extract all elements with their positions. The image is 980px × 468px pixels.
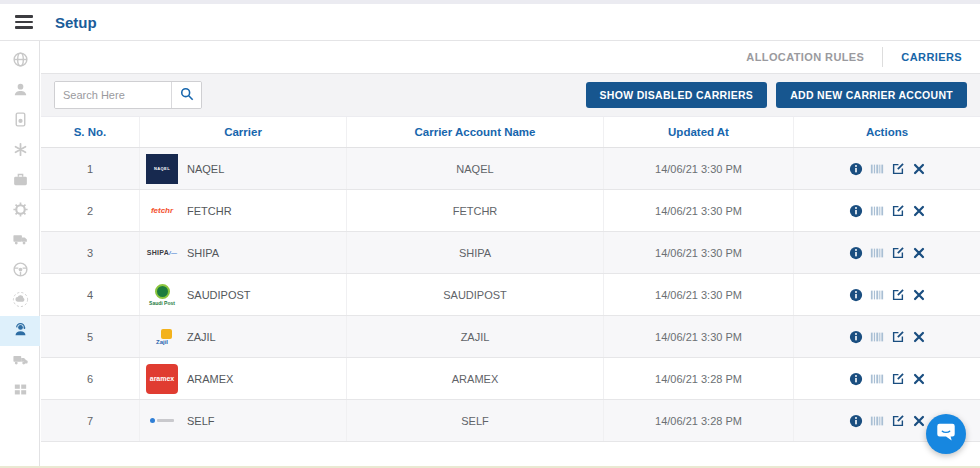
updated-at: 14/06/21 3:30 PM <box>604 148 794 189</box>
search-input[interactable] <box>55 82 171 108</box>
carrier-name: FETCHR <box>187 205 232 217</box>
info-icon[interactable] <box>848 161 863 176</box>
remove-icon[interactable] <box>911 245 926 260</box>
sidebar-item-steering[interactable] <box>0 256 40 286</box>
carrier-account-name: NAQEL <box>347 148 604 189</box>
tab-carriers[interactable]: CARRIERS <box>883 41 980 73</box>
cloud-network-icon <box>12 291 29 312</box>
edit-icon[interactable] <box>890 329 905 344</box>
sidebar-item-device[interactable] <box>0 106 40 136</box>
remove-icon[interactable] <box>911 329 926 344</box>
menu-icon[interactable] <box>15 12 33 31</box>
flower-icon <box>12 141 29 162</box>
carrier-name: ZAJIL <box>187 331 216 343</box>
info-icon[interactable] <box>848 287 863 302</box>
row-serial-number: 6 <box>41 358 140 399</box>
edit-icon[interactable] <box>890 161 905 176</box>
row-actions <box>794 232 980 273</box>
table-row: 5 Zajil ZAJIL ZAJIL 14/06/21 3:30 PM <box>41 316 980 358</box>
barcode-icon[interactable] <box>869 329 884 344</box>
sidebar-item-gear[interactable] <box>0 196 40 226</box>
carrier-cell: SELF <box>140 400 347 441</box>
carrier-cell: Saudi Post SAUDIPOST <box>140 274 347 315</box>
remove-icon[interactable] <box>911 203 926 218</box>
info-icon[interactable] <box>848 203 863 218</box>
carrier-account-name: ARAMEX <box>347 358 604 399</box>
add-new-carrier-account-button[interactable]: ADD NEW CARRIER ACCOUNT <box>776 82 967 108</box>
edit-icon[interactable] <box>890 413 905 428</box>
barcode-icon[interactable] <box>869 371 884 386</box>
carrier-account-name: FETCHR <box>347 190 604 231</box>
barcode-icon[interactable] <box>869 161 884 176</box>
sidebar-item-truck-sync[interactable] <box>0 226 40 256</box>
carrier-name: SAUDIPOST <box>187 289 251 301</box>
gear-icon <box>12 201 29 222</box>
updated-at: 14/06/21 3:28 PM <box>604 358 794 399</box>
row-actions <box>794 316 980 357</box>
carrier-cell: SHIPA SHIPA <box>140 232 347 273</box>
carrier-logo: Zajil <box>146 329 178 345</box>
col-header-actions: Actions <box>794 117 980 147</box>
show-disabled-carriers-button[interactable]: SHOW DISABLED CARRIERS <box>586 82 768 108</box>
col-header-carrier: Carrier <box>140 117 347 147</box>
barcode-icon[interactable] <box>869 413 884 428</box>
toolbar: SHOW DISABLED CARRIERS ADD NEW CARRIER A… <box>41 74 980 116</box>
sidebar-item-briefcase[interactable] <box>0 166 40 196</box>
remove-icon[interactable] <box>911 371 926 386</box>
info-icon[interactable] <box>848 329 863 344</box>
barcode-icon[interactable] <box>869 203 884 218</box>
carrier-account-name: SELF <box>347 400 604 441</box>
sidebar-item-pallet[interactable] <box>0 376 40 406</box>
sidebar-item-support-agent[interactable] <box>0 316 40 346</box>
truck-sync-icon <box>12 231 29 252</box>
chat-launcher-button[interactable] <box>926 414 966 454</box>
row-actions <box>794 190 980 231</box>
carrier-cell: fetchr FETCHR <box>140 190 347 231</box>
topbar: Setup <box>0 4 980 41</box>
toolbar-buttons: SHOW DISABLED CARRIERS ADD NEW CARRIER A… <box>586 82 967 108</box>
carrier-logo: SHIPA <box>146 249 178 256</box>
carrier-cell: aramex ARAMEX <box>140 358 347 399</box>
remove-icon[interactable] <box>911 287 926 302</box>
sidebar-item-user[interactable] <box>0 76 40 106</box>
app-window: Setup ALLOCATION RULES CARRIERS <box>0 0 980 468</box>
info-icon[interactable] <box>848 413 863 428</box>
table-body: 1 NAQEL NAQEL NAQEL 14/06/21 3:30 PM 2 f… <box>41 148 980 442</box>
info-icon[interactable] <box>848 371 863 386</box>
row-serial-number: 4 <box>41 274 140 315</box>
remove-icon[interactable] <box>911 413 926 428</box>
device-checkin-icon <box>12 111 29 132</box>
col-header-account: Carrier Account Name <box>347 117 604 147</box>
edit-icon[interactable] <box>890 287 905 302</box>
info-icon[interactable] <box>848 245 863 260</box>
sidebar-item-truck-secure[interactable] <box>0 346 40 376</box>
edit-icon[interactable] <box>890 245 905 260</box>
barcode-icon[interactable] <box>869 287 884 302</box>
updated-at: 14/06/21 3:30 PM <box>604 316 794 357</box>
carrier-logo: aramex <box>146 364 178 394</box>
support-agent-icon <box>12 321 29 342</box>
updated-at: 14/06/21 3:30 PM <box>604 274 794 315</box>
tab-allocation-rules[interactable]: ALLOCATION RULES <box>728 41 882 73</box>
barcode-icon[interactable] <box>869 245 884 260</box>
search-button[interactable] <box>171 82 201 108</box>
remove-icon[interactable] <box>911 161 926 176</box>
updated-at: 14/06/21 3:28 PM <box>604 400 794 441</box>
table-row: 6 aramex ARAMEX ARAMEX 14/06/21 3:28 PM <box>41 358 980 400</box>
briefcase-icon <box>12 171 29 192</box>
tab-bar: ALLOCATION RULES CARRIERS <box>41 41 980 74</box>
sidebar-item-cloud[interactable] <box>0 286 40 316</box>
sidebar-item-flower[interactable] <box>0 136 40 166</box>
steering-wheel-icon <box>12 261 29 282</box>
row-serial-number: 2 <box>41 190 140 231</box>
carrier-cell: NAQEL NAQEL <box>140 148 347 189</box>
main-content: ALLOCATION RULES CARRIERS SHOW DISABLED … <box>41 41 980 468</box>
table-row: 3 SHIPA SHIPA SHIPA 14/06/21 3:30 PM <box>41 232 980 274</box>
table-row: 1 NAQEL NAQEL NAQEL 14/06/21 3:30 PM <box>41 148 980 190</box>
sidebar-item-globe[interactable] <box>0 46 40 76</box>
edit-icon[interactable] <box>890 371 905 386</box>
carrier-name: SELF <box>187 415 215 427</box>
edit-icon[interactable] <box>890 203 905 218</box>
page-title: Setup <box>55 14 97 31</box>
carrier-logo: fetchr <box>146 206 178 215</box>
